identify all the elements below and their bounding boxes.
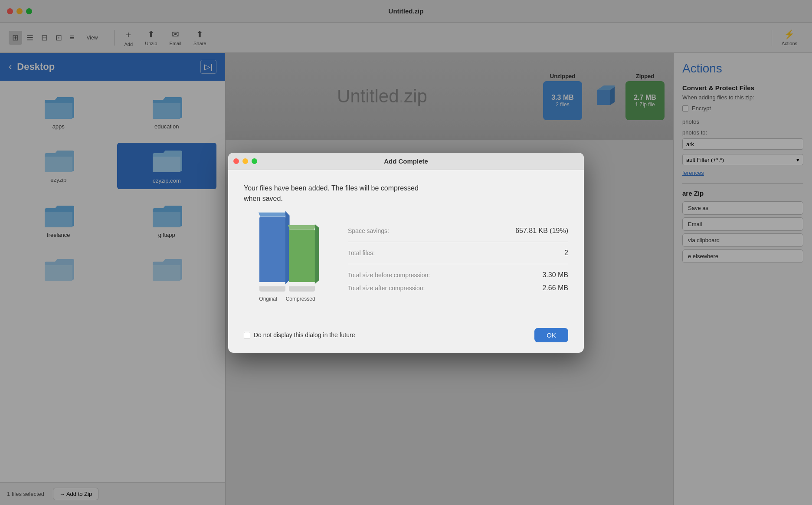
compressed-bar-wrapper — [289, 230, 315, 282]
modal-chart: Original Compressed — [244, 217, 331, 302]
compressed-bar — [289, 230, 315, 282]
space-savings-row: Space savings: 657.81 KB (19%) — [348, 227, 568, 235]
modal-overlay: Add Complete Your files have been added.… — [0, 0, 812, 505]
size-before-row: Total size before compression: 3.30 MB — [348, 271, 568, 279]
modal-minimize-button[interactable] — [242, 158, 248, 164]
modal-stats-table: Space savings: 657.81 KB (19%) Total fil… — [348, 217, 568, 302]
modal-title: Add Complete — [384, 157, 428, 165]
modal-stats-area: Original Compressed Space savings: 657.8… — [244, 217, 568, 302]
stat-divider-2 — [348, 264, 568, 264]
original-bar-wrapper — [259, 217, 285, 282]
total-files-label: Total files: — [348, 249, 375, 256]
stat-divider-1 — [348, 242, 568, 242]
main-window: Untitled.zip ⊞ ☰ ⊟ ⊡ ≡ View ＋ Add ⬆ Unzi… — [0, 0, 812, 505]
chart-shadow — [259, 286, 315, 292]
total-files-row: Total files: 2 — [348, 249, 568, 257]
modal-body: Your files have been added. The files wi… — [228, 170, 584, 328]
size-after-row: Total size after compression: 2.66 MB — [348, 284, 568, 292]
space-savings-label: Space savings: — [348, 227, 389, 234]
modal-close-button[interactable] — [233, 158, 239, 164]
modal-title-bar: Add Complete — [228, 153, 584, 170]
size-before-value: 3.30 MB — [542, 271, 568, 279]
size-before-label: Total size before compression: — [348, 272, 430, 279]
chart-labels: Original Compressed — [259, 296, 315, 302]
original-label: Original — [259, 296, 277, 302]
total-files-value: 2 — [564, 249, 568, 257]
modal-footer: Do not display this dialog in the future… — [228, 328, 584, 353]
chart-bars — [259, 217, 315, 282]
size-after-value: 2.66 MB — [542, 284, 568, 292]
modal-ok-button[interactable]: OK — [534, 328, 568, 342]
modal-controls — [233, 158, 257, 164]
modal-dialog: Add Complete Your files have been added.… — [228, 153, 584, 353]
modal-maximize-button[interactable] — [252, 158, 257, 164]
no-display-label: Do not display this dialog in the future — [254, 331, 355, 338]
no-display-checkbox[interactable] — [244, 332, 250, 338]
modal-message: Your files have been added. The files wi… — [244, 183, 568, 204]
original-bar — [259, 217, 285, 282]
compressed-label: Compressed — [286, 296, 315, 302]
size-after-label: Total size after compression: — [348, 285, 425, 292]
space-savings-value: 657.81 KB (19%) — [515, 227, 568, 235]
modal-checkbox-row: Do not display this dialog in the future — [244, 331, 529, 338]
